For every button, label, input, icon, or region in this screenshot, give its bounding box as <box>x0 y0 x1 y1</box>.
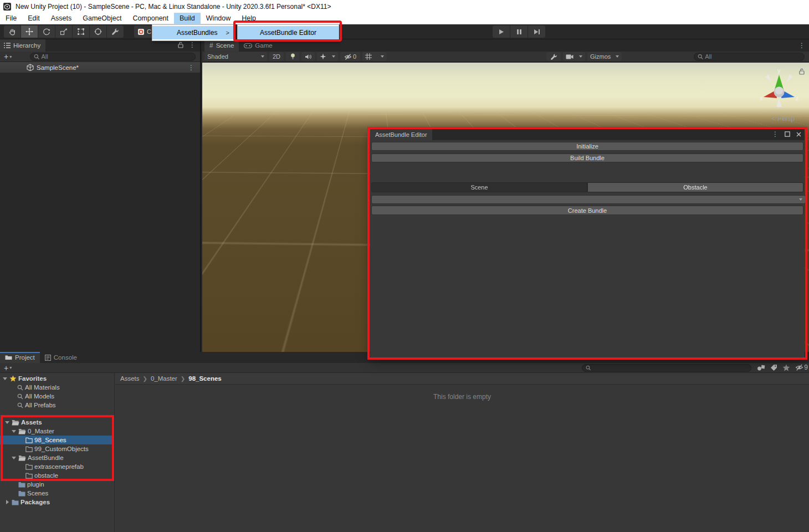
move-tool-button[interactable] <box>21 25 38 38</box>
tree-item-extrasceneprefab[interactable]: extrasceneprefab <box>0 462 114 471</box>
hierarchy-tab-bar: Hierarchy ⋮ <box>0 39 200 52</box>
bundle-select-dropdown[interactable] <box>371 195 806 204</box>
folder-open-icon <box>18 428 26 434</box>
scale-tool-button[interactable] <box>55 25 72 38</box>
search-icon <box>698 54 703 60</box>
custom-tool-button[interactable] <box>107 25 124 38</box>
play-button[interactable] <box>493 25 510 38</box>
type-filter-icon[interactable] <box>757 364 765 371</box>
caret-down-icon[interactable] <box>11 430 17 433</box>
breadcrumb: Assets ❯ 0_Master ❯ 98_Scenes <box>115 373 809 385</box>
menu-item-assetbundles[interactable]: AssetBundles > <box>152 26 234 39</box>
rect-tool-button[interactable] <box>73 25 89 38</box>
tree-item-0-master[interactable]: 0_Master <box>0 427 114 436</box>
breadcrumb-98-scenes[interactable]: 98_Scenes <box>188 375 221 382</box>
menu-build[interactable]: Build <box>174 13 201 24</box>
favorite-star-icon[interactable] <box>782 364 790 371</box>
scene-kebab-icon[interactable]: ⋮ <box>188 64 194 71</box>
rect-icon <box>77 28 85 35</box>
tree-item-favorites[interactable]: Favorites <box>0 374 114 383</box>
menu-edit[interactable]: Edit <box>22 13 45 24</box>
tab-project[interactable]: Project <box>0 352 40 363</box>
scene-tools-button[interactable] <box>546 52 561 61</box>
tree-item-99-customobjects[interactable]: 99_CustomObjects <box>0 444 114 453</box>
project-add-button[interactable]: +▾ <box>4 364 12 372</box>
pivot-icon <box>137 28 145 35</box>
menu-help[interactable]: Help <box>236 13 262 24</box>
main-toolbar: C <box>0 24 809 39</box>
menu-file[interactable]: File <box>0 13 22 24</box>
tree-item-plugin[interactable]: plugin <box>0 480 114 489</box>
menu-assets[interactable]: Assets <box>45 13 78 24</box>
lock-icon[interactable] <box>178 42 183 48</box>
tab-scene[interactable]: # Scene <box>204 39 239 52</box>
scene-camera-dropdown[interactable] <box>563 52 585 61</box>
tab-game[interactable]: Game <box>239 39 277 52</box>
bulb-icon <box>290 53 295 60</box>
menu-component[interactable]: Component <box>127 13 174 24</box>
hierarchy-kebab-icon[interactable]: ⋮ <box>189 42 196 48</box>
abwin-kebab-icon[interactable]: ⋮ <box>772 131 779 137</box>
maximize-icon[interactable] <box>785 131 790 137</box>
menu-gameobject[interactable]: GameObject <box>77 13 127 24</box>
lighting-toggle-button[interactable] <box>286 52 299 61</box>
tree-item-98-scenes[interactable]: 98_Scenes <box>0 436 114 444</box>
pivot-label: C <box>147 28 151 35</box>
menu-window[interactable]: Window <box>201 13 236 24</box>
label-tag-icon[interactable] <box>770 364 777 371</box>
project-hidden-objects-button[interactable]: 9 <box>795 364 808 371</box>
pause-button[interactable] <box>510 25 528 38</box>
folder-empty-icon <box>25 464 33 470</box>
breadcrumb-assets[interactable]: Assets <box>120 375 140 382</box>
hand-tool-button[interactable] <box>4 25 21 38</box>
effects-dropdown[interactable] <box>317 52 338 61</box>
toggle-obstacle-tab[interactable]: Obstacle <box>587 182 803 192</box>
chevron-down-icon <box>381 55 384 58</box>
tree-item-packages[interactable]: Packages <box>0 498 114 507</box>
project-search-input[interactable] <box>593 365 747 371</box>
step-button[interactable] <box>528 25 545 38</box>
transform-tool-button[interactable] <box>90 25 106 38</box>
tree-item-assets[interactable]: Assets <box>0 418 114 427</box>
project-tree: Favorites All Materials All Models All P… <box>0 373 115 532</box>
hidden-objects-button[interactable]: 0 <box>340 52 360 61</box>
shading-mode-dropdown[interactable]: Shaded <box>204 52 267 61</box>
create-bundle-button[interactable]: Create Bundle <box>371 206 803 215</box>
caret-down-icon[interactable] <box>11 457 17 459</box>
tree-item-scenes[interactable]: Scenes <box>0 489 114 498</box>
tree-item-assetbundle[interactable]: AssetBundle <box>0 453 114 462</box>
2d-toggle-button[interactable]: 2D <box>269 52 284 61</box>
caret-down-icon[interactable] <box>2 377 8 380</box>
tree-item-obstacle[interactable]: obstacle <box>0 471 114 480</box>
hierarchy-add-button[interactable]: +▾ <box>4 52 12 61</box>
rotate-tool-button[interactable] <box>38 25 55 38</box>
audio-toggle-button[interactable] <box>301 52 315 61</box>
menu-item-assetbundle-editor[interactable]: AssetBundle Editor <box>238 26 339 39</box>
grid-visibility-dropdown[interactable] <box>362 52 387 61</box>
chevron-down-icon <box>332 55 335 58</box>
scene-tab-bar: # Scene Game ⋮ <box>202 39 809 52</box>
scene-kebab-menu-icon[interactable]: ⋮ <box>798 42 805 49</box>
tab-hierarchy[interactable]: Hierarchy <box>0 39 45 52</box>
tab-console[interactable]: Console <box>40 352 82 363</box>
close-icon[interactable] <box>796 132 801 137</box>
breadcrumb-0-master[interactable]: 0_Master <box>151 375 177 382</box>
initialize-button[interactable]: Initialize <box>371 142 803 151</box>
scene-orientation-gizmo[interactable]: y x z <box>759 67 799 112</box>
scene-search-input[interactable] <box>705 53 801 60</box>
caret-right-icon[interactable] <box>4 500 10 504</box>
caret-down-icon[interactable] <box>4 421 10 424</box>
tree-item-all-models[interactable]: All Models <box>0 392 114 401</box>
tree-item-all-prefabs[interactable]: All Prefabs <box>0 401 114 410</box>
tab-assetbundle-editor[interactable]: AssetBundle Editor <box>370 129 432 140</box>
hierarchy-search-input[interactable] <box>41 53 192 60</box>
gizmo-lock-icon[interactable] <box>799 68 805 75</box>
tree-item-all-materials[interactable]: All Materials <box>0 383 114 392</box>
unity-editor-window: New Unity Project (10) - SampleScene - P… <box>0 0 809 532</box>
build-bundle-button[interactable]: Build Bundle <box>371 154 803 162</box>
projection-mode-label[interactable]: < Persp <box>771 115 795 122</box>
hierarchy-scene-row[interactable]: SampleScene* ⋮ <box>0 62 200 73</box>
toggle-scene-tab[interactable]: Scene <box>371 182 587 192</box>
tools-icon <box>550 53 557 60</box>
gizmos-dropdown[interactable]: Gizmos <box>587 52 622 61</box>
